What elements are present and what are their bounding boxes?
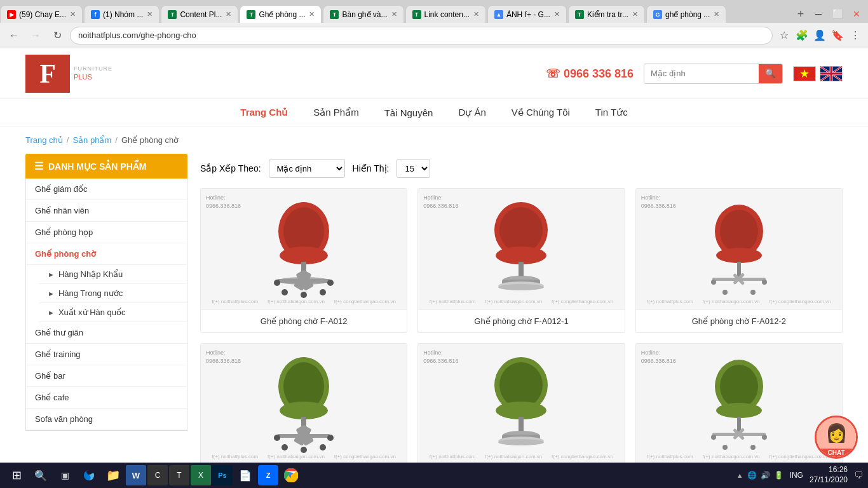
breadcrumb-sep1: / — [67, 135, 69, 145]
svg-point-49 — [327, 435, 334, 441]
excel-icon[interactable]: X — [191, 465, 211, 485]
sidebar-item-ghe-phong-cho[interactable]: Ghế phòng chờ — [26, 243, 187, 265]
svg-point-51 — [320, 444, 326, 451]
unknown-icon-2[interactable]: T — [169, 465, 189, 485]
browser-tab-6[interactable]: T Link conten... ✕ — [405, 5, 486, 23]
sidebar-item-ghe-training[interactable]: Ghế training — [26, 344, 187, 365]
svg-point-50 — [281, 444, 288, 451]
maximize-button[interactable]: ⬜ — [829, 5, 846, 23]
svg-point-37 — [711, 280, 716, 285]
nav-du-an[interactable]: Dự Án — [458, 107, 485, 118]
breadcrumb-products[interactable]: Sản phẩm — [72, 135, 111, 145]
chat-avatar: 👩 — [817, 417, 856, 449]
search-input[interactable] — [644, 64, 759, 83]
address-bar[interactable]: noithatfplus.com/ghe-phong-cho — [70, 27, 773, 44]
notepad-icon[interactable]: 📄 — [234, 464, 257, 487]
product-card-1[interactable]: Hotline: 0966.336.816 — [200, 188, 407, 333]
browser-tab-3[interactable]: T Content Pl... ✕ — [161, 5, 238, 23]
svg-point-31 — [720, 210, 758, 253]
bookmark-star-icon[interactable]: ☆ — [776, 28, 792, 43]
browser-tab-1[interactable]: ▶ (59) Chay E... ✕ — [0, 5, 83, 23]
word-icon[interactable]: W — [126, 465, 146, 485]
nav-san-pham[interactable]: Sản Phẩm — [313, 107, 358, 118]
forward-button[interactable]: → — [27, 27, 44, 44]
edge-icon[interactable] — [78, 464, 100, 487]
product-footer-logos-1: f(+) noithatfplus.com f(+) noithatsaigon… — [201, 299, 407, 304]
language-indicator[interactable]: ING — [790, 471, 803, 480]
svg-point-11 — [280, 247, 328, 264]
site-header: F FURNITURE PLUS ☏ 0966 336 816 🔍 ★ — [0, 48, 868, 99]
search-box: 🔍 — [644, 64, 783, 84]
browser-tab-8[interactable]: T Kiểm tra tr... ✕ — [568, 5, 645, 23]
unknown-icon-1[interactable]: C — [147, 465, 168, 485]
product-image-3: Hotline: 0966.336.816 — [636, 189, 842, 309]
logo-box: F — [25, 55, 70, 93]
chrome-icon[interactable] — [280, 464, 302, 487]
sidebar-item-ghe-thu-gian[interactable]: Ghế thư giãn — [26, 322, 187, 344]
extension-puzzle-icon[interactable]: 🧩 — [794, 28, 810, 43]
product-name-3: Ghế phòng chờ F-A012-2 — [636, 309, 842, 332]
task-view-button[interactable]: ▣ — [53, 464, 76, 487]
sidebar-subitem-hang-nhap-khau[interactable]: ► Hàng Nhập Khẩu — [39, 265, 187, 284]
nav-tai-nguyen[interactable]: Tài Nguyên — [384, 107, 433, 118]
svg-point-54 — [499, 362, 543, 408]
bookmark-icon[interactable]: 🔖 — [830, 28, 845, 43]
chair-svg-5 — [464, 353, 578, 455]
chat-widget[interactable]: 👩 CHAT — [815, 416, 858, 459]
reload-button[interactable]: ↻ — [48, 27, 66, 44]
nav-ve-chung-toi[interactable]: Về Chúng Tôi — [512, 107, 570, 118]
product-card-3[interactable]: Hotline: 0966.336.816 — [635, 188, 843, 333]
product-card-2[interactable]: Hotline: 0966.336.816 — [417, 188, 625, 333]
back-button[interactable]: ← — [5, 27, 23, 44]
sort-select[interactable]: Mặc định Giá tăng dần Giá giảm dần Mới n… — [269, 159, 345, 178]
window-controls: ─ ⬜ ✕ — [810, 5, 868, 23]
language-flags: ★ — [793, 66, 843, 81]
header-right: ☏ 0966 336 816 🔍 ★ — [546, 64, 843, 84]
sidebar-subitem-hang-trong-nuoc[interactable]: ► Hàng Trong nước — [39, 284, 187, 303]
sidebar-subitem-xuat-xu-han-quoc[interactable]: ► Xuất xứ Hàn quốc — [39, 303, 187, 322]
new-tab-button[interactable]: + — [792, 5, 810, 23]
svg-point-43 — [280, 402, 328, 419]
sidebar-title-text: DANH MỤC SẢN PHẨM — [48, 161, 146, 172]
sidebar-item-ghe-nhan-vien[interactable]: Ghế nhân viên — [26, 200, 187, 222]
sidebar-item-ghe-cafe[interactable]: Ghế cafe — [26, 387, 187, 409]
file-explorer-icon[interactable]: 📁 — [102, 464, 125, 487]
vietnamese-flag[interactable]: ★ — [793, 66, 816, 81]
close-button[interactable]: ✕ — [848, 5, 865, 23]
browser-tab-7[interactable]: ▲ ẢNH f+ - G... ✕ — [487, 5, 567, 23]
browser-chrome: ▶ (59) Chay E... ✕ f (1) Nhóm ... ✕ T Co… — [0, 0, 868, 48]
menu-icon[interactable]: ⋮ — [848, 28, 863, 43]
english-flag[interactable] — [820, 66, 843, 81]
chair-svg-4 — [247, 353, 361, 455]
profile-icon[interactable]: 👤 — [812, 28, 827, 43]
browser-tab-4[interactable]: T Ghế phòng ... ✕ — [240, 5, 322, 23]
sidebar-item-ghe-bar[interactable]: Ghế bar — [26, 365, 187, 387]
notification-button[interactable]: 🗨 — [854, 470, 863, 480]
sidebar-item-ghe-phong-hop[interactable]: Ghế phòng họp — [26, 222, 187, 243]
sidebar-submenu-ghe-phong-cho: ► Hàng Nhập Khẩu ► Hàng Trong nước ► Xuấ… — [26, 265, 187, 322]
sidebar-title: ☰ DANH MỤC SẢN PHẨM — [25, 154, 187, 179]
product-image-1: Hotline: 0966.336.816 — [201, 189, 407, 309]
search-button[interactable]: 🔍 — [759, 64, 782, 83]
browser-tab-5[interactable]: T Bàn ghế và... ✕ — [323, 5, 403, 23]
sidebar-item-sofa-van-phong[interactable]: Sofa văn phòng — [26, 409, 187, 430]
photoshop-icon[interactable]: Ps — [212, 465, 233, 485]
tray-up-arrow[interactable]: ▲ — [736, 471, 743, 479]
chair-svg-3 — [682, 198, 796, 300]
product-footer-logos-6: f(+) noithatfplus.com f(+) noithatsaigon… — [636, 454, 842, 459]
sidebar-item-ghe-giam-doc[interactable]: Ghế giám đốc — [26, 179, 187, 200]
product-footer-logos-5: f(+) noithatfplus.com f(+) noithatsaigon… — [418, 454, 624, 459]
browser-tab-2[interactable]: f (1) Nhóm ... ✕ — [84, 5, 159, 23]
zalo-icon[interactable]: Z — [258, 465, 278, 485]
breadcrumb-current: Ghế phòng chờ — [121, 135, 179, 145]
browser-tab-9[interactable]: G ghế phòng ... ✕ — [646, 5, 726, 23]
start-button[interactable]: ⊞ — [5, 464, 28, 487]
display-select[interactable]: 15 30 60 — [397, 159, 430, 178]
nav-trang-chu[interactable]: Trang Chủ — [240, 107, 288, 118]
nav-tin-tuc[interactable]: Tin Tức — [595, 107, 628, 118]
product-footer-logos-2: f(+) noithatfplus.com f(+) noithatsaigon… — [418, 299, 624, 304]
minimize-button[interactable]: ─ — [810, 5, 827, 23]
search-taskbar-button[interactable]: 🔍 — [29, 464, 52, 487]
breadcrumb-home[interactable]: Trang chủ — [25, 135, 63, 145]
site-logo[interactable]: F FURNITURE PLUS — [25, 55, 112, 93]
